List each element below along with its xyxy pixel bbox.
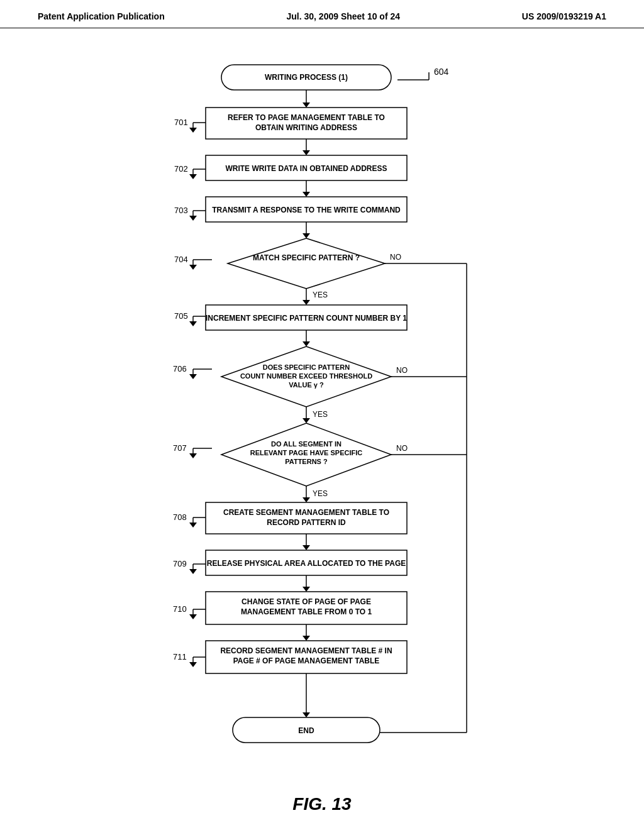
svg-marker-27: [189, 216, 197, 221]
svg-marker-53: [303, 341, 310, 346]
svg-text:704: 704: [174, 255, 188, 264]
header-right: US 2009/0193219 A1: [522, 11, 606, 21]
svg-text:708: 708: [173, 512, 187, 522]
svg-text:REFER TO PAGE MANAGEMENT TABLE: REFER TO PAGE MANAGEMENT TABLE TO: [228, 113, 385, 122]
svg-marker-36: [228, 238, 385, 289]
svg-text:NO: NO: [396, 444, 408, 453]
svg-marker-100: [189, 614, 197, 619]
svg-marker-35: [189, 265, 197, 270]
svg-text:PAGE # OF PAGE MANAGEMENT TABL: PAGE # OF PAGE MANAGEMENT TABLE: [233, 656, 380, 665]
svg-marker-105: [303, 636, 310, 641]
svg-text:YES: YES: [313, 489, 328, 498]
svg-text:RECORD SEGMENT MANAGEMENT TABL: RECORD SEGMENT MANAGEMENT TABLE # IN: [220, 646, 392, 655]
svg-marker-57: [189, 374, 197, 379]
svg-marker-92: [189, 569, 197, 574]
svg-text:710: 710: [173, 604, 187, 614]
svg-marker-49: [189, 321, 197, 326]
svg-text:705: 705: [174, 311, 188, 321]
svg-marker-31: [303, 233, 310, 238]
svg-text:NO: NO: [396, 366, 408, 375]
svg-marker-70: [189, 453, 197, 458]
svg-text:CREATE SEGMENT MANAGEMENT TABL: CREATE SEGMENT MANAGEMENT TABLE TO: [223, 508, 389, 517]
svg-text:RELEVANT PAGE HAVE SPECIFIC: RELEVANT PAGE HAVE SPECIFIC: [250, 449, 363, 456]
svg-text:VALUE γ ?: VALUE γ ?: [289, 381, 324, 389]
svg-text:RELEASE PHYSICAL AREA ALLOCATE: RELEASE PHYSICAL AREA ALLOCATED TO THE P…: [207, 559, 406, 568]
svg-text:END: END: [298, 726, 314, 735]
svg-marker-115: [303, 712, 310, 717]
header-left: Patent Application Publication: [38, 11, 165, 21]
svg-text:703: 703: [174, 206, 188, 215]
svg-marker-10: [189, 128, 197, 133]
svg-text:DO ALL SEGMENT IN: DO ALL SEGMENT IN: [271, 440, 341, 448]
svg-text:707: 707: [173, 443, 187, 453]
svg-text:RECORD PATTERN ID: RECORD PATTERN ID: [267, 518, 346, 527]
svg-text:YES: YES: [313, 410, 328, 419]
svg-text:PATTERNS ?: PATTERNS ?: [285, 458, 328, 465]
svg-text:702: 702: [174, 164, 188, 174]
svg-marker-19: [189, 174, 197, 179]
svg-text:706: 706: [173, 364, 187, 374]
svg-text:TRANSMIT A RESPONSE TO THE WRI: TRANSMIT A RESPONSE TO THE WRITE COMMAND: [212, 206, 401, 214]
svg-text:WRITING PROCESS (1): WRITING PROCESS (1): [265, 73, 348, 82]
svg-text:YES: YES: [313, 290, 328, 299]
svg-text:709: 709: [173, 559, 187, 568]
svg-marker-15: [303, 150, 310, 155]
svg-marker-88: [303, 545, 310, 550]
svg-text:CHANGE STATE OF PAGE OF PAGE: CHANGE STATE OF PAGE OF PAGE: [242, 597, 371, 606]
svg-text:701: 701: [174, 118, 188, 127]
diagram-container: 604 WRITING PROCESS (1) 701 REFER TO PAG…: [0, 28, 644, 827]
svg-marker-83: [189, 523, 197, 528]
svg-text:WRITE WRITE DATA IN OBTAINED A: WRITE WRITE DATA IN OBTAINED ADDRESS: [225, 164, 387, 173]
page-header: Patent Application Publication Jul. 30, …: [0, 0, 644, 28]
svg-marker-63: [303, 418, 310, 423]
svg-text:711: 711: [173, 652, 187, 661]
svg-marker-39: [303, 300, 310, 305]
svg-text:MATCH SPECIFIC PATTERN ?: MATCH SPECIFIC PATTERN ?: [253, 253, 360, 262]
figure-label: FIG. 13: [292, 794, 351, 814]
svg-marker-23: [303, 192, 310, 197]
svg-text:NO: NO: [390, 253, 401, 262]
svg-text:OBTAIN WRITING ADDRESS: OBTAIN WRITING ADDRESS: [255, 123, 357, 132]
svg-text:MANAGEMENT TABLE FROM 0 TO 1: MANAGEMENT TABLE FROM 0 TO 1: [241, 607, 372, 616]
svg-text:604: 604: [434, 67, 449, 77]
svg-marker-109: [189, 662, 197, 667]
flowchart: 604 WRITING PROCESS (1) 701 REFER TO PAG…: [77, 47, 567, 783]
svg-marker-96: [303, 587, 310, 592]
svg-text:COUNT NUMBER EXCEED THRESHOLD: COUNT NUMBER EXCEED THRESHOLD: [240, 372, 372, 380]
header-middle: Jul. 30, 2009 Sheet 10 of 24: [287, 11, 401, 21]
svg-text:DOES SPECIFIC PATTERN: DOES SPECIFIC PATTERN: [263, 363, 350, 371]
svg-marker-76: [303, 497, 310, 502]
svg-text:INCREMENT SPECIFIC PATTERN COU: INCREMENT SPECIFIC PATTERN COUNT NUMBER …: [206, 314, 407, 323]
svg-marker-6: [303, 102, 310, 108]
